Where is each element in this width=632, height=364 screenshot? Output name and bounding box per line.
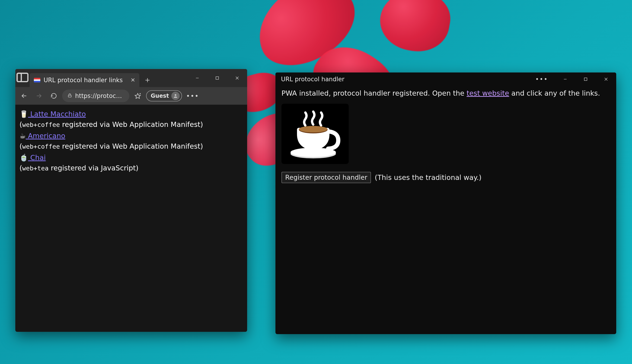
browser-tabstrip: URL protocol handler links ✕ ＋ [15,69,247,87]
minimize-button[interactable] [187,71,207,85]
detail-text: (web+tea registered via JavaScript) [20,164,138,172]
wallpaper-petal [376,0,455,56]
svg-rect-3 [216,77,219,80]
pwa-content: PWA installed, protocol handler register… [275,86,616,186]
browser-toolbar: https://protoc… Guest ••• [15,87,247,105]
maximize-button[interactable] [575,72,596,86]
close-button[interactable] [227,71,247,85]
browser-window: URL protocol handler links ✕ ＋ [15,69,247,332]
new-tab-button[interactable]: ＋ [139,74,156,85]
address-bar[interactable]: https://protoc… [62,90,129,102]
back-button[interactable] [18,90,31,102]
pwa-window: URL protocol handler ••• PWA installed, … [275,72,616,334]
minimize-button[interactable] [555,72,575,86]
link-emoji: 🍵 [20,154,28,162]
protocol-text: web+coffee [22,121,60,128]
page-content: 🥛 Latte Macchiato (web+coffee registered… [15,105,247,178]
desktop-wallpaper: URL protocol handler links ✕ ＋ [0,0,632,364]
list-item: ☕ Americano (web+coffee registered via W… [20,130,243,152]
more-menu-button[interactable]: ••• [184,92,201,100]
pwa-more-button[interactable]: ••• [528,76,555,83]
tab-actions-button[interactable] [15,71,30,85]
favorites-button[interactable] [131,90,144,102]
close-button[interactable] [596,72,616,86]
profile-button[interactable]: Guest [146,90,182,102]
maximize-button[interactable] [207,71,227,85]
register-row: Register protocol handler (This uses the… [281,172,610,183]
svg-rect-0 [17,73,28,82]
pwa-titlebar: URL protocol handler ••• [275,72,616,86]
link-emoji: ☕ [20,132,26,140]
test-website-link[interactable]: test website [467,89,509,97]
tab-title: URL protocol handler links [44,77,123,84]
browser-window-controls [187,71,247,85]
refresh-button[interactable] [47,90,60,102]
link-emoji: 🥛 [20,110,28,118]
register-protocol-button[interactable]: Register protocol handler [281,172,371,183]
protocol-text: web+tea [22,165,49,172]
coffee-cup-icon [281,104,349,164]
forward-button[interactable] [33,90,46,102]
browser-tab[interactable]: URL protocol handler links ✕ [30,73,139,87]
svg-rect-1 [17,73,21,82]
address-text: https://protoc… [75,92,122,99]
drink-link-americano[interactable]: Americano [26,132,65,140]
profile-label: Guest [151,92,169,99]
avatar-icon [171,92,180,100]
tab-close-button[interactable]: ✕ [130,77,135,83]
detail-text: (web+coffee registered via Web Applicati… [20,120,203,128]
svg-point-12 [174,94,176,96]
svg-rect-14 [584,78,587,80]
svg-marker-9 [135,94,140,99]
list-item: 🥛 Latte Macchiato (web+coffee registered… [20,109,243,130]
drink-link-chai[interactable]: Chai [28,154,46,162]
protocol-text: web+coffee [22,143,60,150]
lock-icon [67,93,72,99]
svg-rect-8 [68,95,71,97]
detail-text: (web+coffee registered via Web Applicati… [20,142,203,150]
favicon-icon [34,78,40,82]
pwa-message: PWA installed, protocol handler register… [281,89,610,97]
drink-link-latte[interactable]: Latte Macchiato [28,110,86,118]
pwa-title: URL protocol handler [281,76,344,83]
register-note: (This uses the traditional way.) [375,174,482,182]
svg-point-20 [299,126,328,132]
list-item: 🍵 Chai (web+tea registered via JavaScrip… [20,152,243,173]
